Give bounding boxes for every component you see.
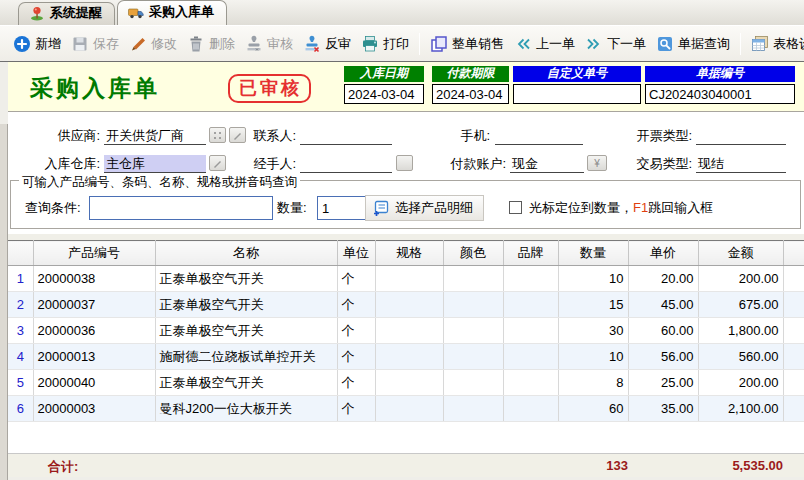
col-header-unit[interactable]: 单位	[337, 241, 375, 266]
form-area: 供应商: 开关供货厂商 联系人: 手机: 开票类型: 入库仓库: 主仓库 经手人…	[8, 112, 804, 178]
select-list-icon	[372, 200, 389, 217]
qty-input[interactable]	[317, 196, 371, 220]
condition-label: 查询条件:	[25, 195, 81, 221]
amount-total: 5,535.00	[732, 458, 783, 473]
toolbar-separator	[740, 33, 741, 55]
focus-qty-checkbox[interactable]	[509, 201, 522, 214]
table-row[interactable]: 5 20000040 正泰单极空气开关 个 8 25.00 200.00	[8, 370, 804, 396]
supplier-browse-button[interactable]	[209, 127, 226, 143]
pencil-icon	[129, 35, 147, 53]
tab-system-reminder[interactable]: 系统提醒	[18, 2, 115, 25]
custom-number-label: 自定义单号	[513, 66, 641, 82]
col-header-code[interactable]: 产品编号	[33, 241, 155, 266]
handler-value[interactable]	[300, 155, 392, 173]
payment-account-label: 付款账户:	[436, 155, 506, 173]
table-row[interactable]: 1 20000038 正泰单极空气开关 个 10 20.00 200.00	[8, 266, 804, 292]
contact-value[interactable]	[300, 127, 392, 145]
page-title: 采购入库单	[30, 73, 160, 104]
payment-due-input[interactable]	[432, 84, 509, 104]
inbound-date-input[interactable]	[344, 84, 424, 104]
supplier-label: 供应商:	[38, 127, 100, 145]
whole-order-sale-button[interactable]: 整单销售	[425, 32, 509, 56]
col-header-spec[interactable]: 规格	[375, 241, 443, 266]
edit-button[interactable]: 修改	[124, 32, 182, 56]
totals-row: 合计: 133 5,535.00	[8, 453, 804, 477]
f1-key-text: F1	[633, 200, 648, 215]
query-area: 可输入产品编号、条码、名称、规格或拼音码查询 查询条件: 数量: 选择产品明细 …	[8, 178, 804, 234]
toolbar-separator	[419, 33, 420, 55]
query-fieldset: 可输入产品编号、条码、名称、规格或拼音码查询 查询条件: 数量: 选择产品明细 …	[10, 180, 801, 229]
items-table: 产品编号 名称 单位 规格 颜色 品牌 数量 单价 金额 1	[8, 240, 804, 422]
order-number-input[interactable]	[645, 84, 795, 104]
title-band: 采购入库单 已审核 入库日期 付款期限 自定义单号 单据编号	[8, 62, 804, 112]
query-row: 查询条件: 数量: 选择产品明细 光标定位到数量，F1跳回输入框	[11, 195, 800, 223]
save-icon	[71, 35, 89, 53]
custom-number-input[interactable]	[513, 84, 641, 104]
warehouse-browse-button[interactable]	[209, 155, 226, 171]
double-chevron-left-icon	[514, 35, 532, 53]
supplier-value[interactable]: 开关供货厂商	[104, 127, 206, 145]
trade-type-value[interactable]: 现结	[696, 155, 786, 173]
handler-label: 经手人:	[236, 155, 296, 173]
order-number-label: 单据编号	[645, 66, 795, 82]
handler-browse-button[interactable]	[396, 155, 413, 171]
audit-button[interactable]: 审核	[240, 32, 298, 56]
table-row[interactable]: 2 20000037 正泰单极空气开关 个 15 45.00 675.00	[8, 292, 804, 318]
print-button[interactable]: 打印	[356, 32, 414, 56]
table-header-row: 产品编号 名称 单位 规格 颜色 品牌 数量 单价 金额	[8, 241, 804, 266]
table-settings-icon	[751, 35, 769, 53]
add-icon	[13, 35, 31, 53]
currency-button[interactable]: ¥	[587, 155, 607, 171]
order-number-field: 单据编号	[645, 66, 795, 104]
mobile-value[interactable]	[495, 127, 583, 145]
printer-icon	[361, 35, 379, 53]
col-header-price[interactable]: 单价	[628, 241, 698, 266]
delete-button[interactable]: 删除	[182, 32, 240, 56]
prev-order-button[interactable]: 上一单	[509, 32, 580, 56]
save-button[interactable]: 保存	[66, 32, 124, 56]
invoice-type-label: 开票类型:	[620, 127, 692, 145]
payment-due-field: 付款期限	[432, 66, 509, 104]
col-header-brand[interactable]: 品牌	[503, 241, 558, 266]
map-pin-icon	[29, 6, 45, 21]
toolbar: 新增 保存 修改 删除 审核 反审 打印 整单销售	[0, 26, 804, 62]
col-header-qty[interactable]: 数量	[558, 241, 628, 266]
items-grid-area: 产品编号 名称 单位 规格 颜色 品牌 数量 单价 金额 1	[8, 234, 804, 480]
copy-windows-icon	[430, 35, 448, 53]
table-row[interactable]: 4 20000013 施耐德二位跷板试单控开关 个 10 56.00 560.0…	[8, 344, 804, 370]
qty-label: 数量:	[277, 195, 307, 221]
tab-label: 采购入库单	[149, 3, 214, 21]
select-products-label: 选择产品明细	[395, 199, 473, 217]
tab-purchase-inbound[interactable]: 采购入库单	[117, 0, 227, 25]
col-header-name[interactable]: 名称	[155, 241, 337, 266]
truck-icon	[128, 5, 144, 20]
table-row[interactable]: 3 20000036 正泰单极空气开关 个 30 60.00 1,800.00	[8, 318, 804, 344]
payment-account-value[interactable]: 现金	[510, 155, 584, 173]
next-order-button[interactable]: 下一单	[580, 32, 651, 56]
table-row[interactable]: 6 20000003 曼科J200一位大板开关 个 60 35.00 2,100…	[8, 396, 804, 422]
tab-bar: 系统提醒 采购入库单	[0, 0, 804, 26]
col-header-color[interactable]: 颜色	[443, 241, 503, 266]
grid-empty-space	[8, 422, 804, 453]
search-doc-icon	[656, 35, 674, 53]
contact-label: 联系人:	[236, 127, 296, 145]
col-header-extra	[783, 241, 804, 266]
warehouse-value[interactable]: 主仓库	[104, 155, 206, 173]
inbound-date-field: 入库日期	[344, 66, 424, 104]
table-settings-button[interactable]: 表格设置	[746, 32, 804, 56]
stamp-gray-icon	[245, 35, 263, 53]
qty-total: 133	[606, 458, 628, 473]
condition-input[interactable]	[89, 196, 273, 220]
add-button[interactable]: 新增	[8, 32, 66, 56]
row-number-header	[8, 241, 33, 266]
focus-qty-checkbox-label: 光标定位到数量，F1跳回输入框	[529, 195, 713, 221]
invoice-type-value[interactable]	[696, 127, 786, 145]
panel-left-edge	[0, 124, 8, 480]
warehouse-label: 入库仓库:	[32, 155, 100, 173]
col-header-amount[interactable]: 金额	[698, 241, 783, 266]
content-area: 采购入库单 已审核 入库日期 付款期限 自定义单号 单据编号 供应商: 开关供货…	[0, 62, 804, 480]
unaudit-button[interactable]: 反审	[298, 32, 356, 56]
select-products-button[interactable]: 选择产品明细	[365, 195, 484, 221]
order-query-button[interactable]: 单据查询	[651, 32, 735, 56]
query-legend: 可输入产品编号、条码、名称、规格或拼音码查询	[19, 174, 300, 191]
